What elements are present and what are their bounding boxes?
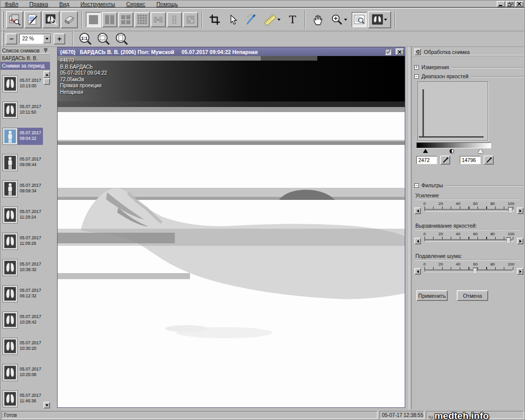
- brightness-section-header[interactable]: − Диапазон яркостей: [414, 73, 523, 79]
- list-item[interactable]: 05.07.201711:09:26: [3, 233, 43, 250]
- layout-compare-button[interactable]: [151, 12, 166, 27]
- measure-button[interactable]: [261, 12, 282, 28]
- list-item[interactable]: 05.07.201710:11:50: [3, 101, 43, 119]
- restore-button[interactable]: [506, 1, 514, 7]
- fit-page-button[interactable]: [114, 31, 130, 47]
- zoom-in-step-button[interactable]: +: [54, 33, 65, 44]
- menu-item-Инструменты[interactable]: Инструменты: [80, 1, 115, 7]
- zoom-combo-dropdown-button[interactable]: [43, 34, 51, 43]
- slider-left-button[interactable]: [414, 207, 421, 214]
- menu-item-Файл[interactable]: Файл: [5, 1, 18, 7]
- overlay-line: Прямая проекция: [60, 83, 107, 89]
- fit-width-button[interactable]: [96, 31, 112, 47]
- list-item[interactable]: 05.07.201710:25:06: [3, 364, 43, 381]
- list-item[interactable]: 05.07.201710:13:00: [3, 75, 43, 92]
- slider-thumb[interactable]: [506, 237, 511, 244]
- view-image-button[interactable]: [42, 11, 60, 28]
- edit-report-button[interactable]: [24, 11, 41, 28]
- menu-item-Сервис[interactable]: Сервис: [126, 1, 146, 7]
- zoom-region-button[interactable]: [352, 12, 367, 27]
- scroll-thumb[interactable]: [43, 78, 50, 85]
- pan-button[interactable]: [310, 12, 326, 28]
- expand-icon[interactable]: +: [414, 65, 419, 70]
- crop-button[interactable]: [207, 12, 223, 28]
- layout-cascade-button[interactable]: [183, 12, 198, 27]
- toolbar-drag-handle[interactable]: [2, 11, 4, 28]
- patient-database-button[interactable]: [6, 11, 23, 28]
- list-item[interactable]: 05.07.201710:30:20: [3, 338, 43, 355]
- slider-track[interactable]: [424, 209, 513, 212]
- select-button[interactable]: [225, 12, 241, 28]
- low-brightness-field[interactable]: [416, 156, 437, 164]
- slider-thumb[interactable]: [508, 207, 512, 214]
- equalize-slider[interactable]: 020406080100: [414, 232, 523, 248]
- layout-grid-button[interactable]: [134, 12, 150, 27]
- layout-two-panes-icon: [105, 15, 114, 24]
- collapse-panel-button[interactable]: [414, 48, 421, 55]
- svg-text:1:1: 1:1: [81, 36, 88, 41]
- collapse-icon[interactable]: −: [414, 74, 419, 79]
- presentation-dropdown-icon[interactable]: [384, 19, 387, 21]
- collapse-icon[interactable]: −: [414, 183, 419, 188]
- cancel-button[interactable]: Отмена: [457, 290, 488, 301]
- list-scrollbar[interactable]: [43, 71, 50, 408]
- scroll-down-button[interactable]: [43, 402, 50, 408]
- gain-slider[interactable]: 020406080100: [414, 201, 523, 218]
- slider-track[interactable]: [424, 270, 513, 272]
- presentation-button[interactable]: [368, 11, 391, 28]
- text-button[interactable]: T: [284, 12, 301, 28]
- xray-image-area[interactable]: #4670В.В.БАРДАСЬ05-07-2017 09:04:2272.05…: [58, 56, 405, 407]
- slider-right-button[interactable]: [517, 238, 523, 244]
- pin-icon[interactable]: [43, 48, 49, 53]
- slider-left-button[interactable]: [414, 268, 421, 275]
- menu-item-Помощь[interactable]: Помощь: [156, 1, 178, 7]
- erase-button[interactable]: [61, 11, 78, 28]
- minimize-button[interactable]: [497, 1, 505, 7]
- measure-dropdown-icon[interactable]: [277, 19, 280, 21]
- annotate-button[interactable]: [243, 12, 259, 28]
- slider-track[interactable]: [424, 239, 513, 242]
- zoom-level-combobox[interactable]: 22 %: [19, 34, 52, 44]
- zoom-in-button[interactable]: [328, 12, 350, 28]
- sidebar-patient-row[interactable]: БАРДАСЬ В. В.: [1, 55, 50, 62]
- layout-single-button[interactable]: [86, 12, 101, 27]
- menu-item-Вид[interactable]: Вид: [59, 1, 69, 7]
- slider-thumb[interactable]: [473, 268, 478, 274]
- close-button[interactable]: [515, 1, 523, 7]
- layout-vertical-button[interactable]: [167, 12, 182, 27]
- apply-button[interactable]: Применить: [416, 290, 448, 301]
- list-item[interactable]: 05.07.201709:04:22: [3, 128, 43, 145]
- zoom-dropdown-icon[interactable]: [344, 19, 347, 21]
- viewer-checkbox[interactable]: [385, 49, 391, 55]
- list-item[interactable]: 05.07.201711:29:24: [3, 206, 43, 224]
- list-item[interactable]: 05.07.201709:09:34: [3, 180, 43, 197]
- toolbar-drag-handle[interactable]: [2, 30, 4, 47]
- high-marker-icon[interactable]: [478, 149, 483, 153]
- list-item[interactable]: 05.07.201709:08:44: [3, 154, 43, 171]
- viewer-title-bar[interactable]: (4670) БАРДАСЬ В. В. (2006) Пол: Мужской…: [58, 47, 405, 56]
- actual-size-button[interactable]: 1:1: [77, 31, 93, 47]
- high-brightness-field[interactable]: [460, 156, 481, 164]
- list-item[interactable]: 05.07.201711:46:36: [3, 390, 43, 407]
- measurements-section-header[interactable]: + Измерения: [414, 64, 523, 70]
- zoom-out-step-button[interactable]: −: [6, 33, 17, 44]
- layout-two-panes-button[interactable]: [102, 12, 117, 27]
- slider-right-button[interactable]: [517, 207, 523, 214]
- viewer-close-button[interactable]: [396, 48, 404, 55]
- sidebar-period-row[interactable]: Снимки за период: [1, 62, 50, 70]
- list-item[interactable]: 05.07.201710:28:42: [3, 311, 43, 329]
- list-item[interactable]: 05.07.201706:12:32: [3, 285, 43, 302]
- noise-slider[interactable]: 020406080100: [414, 262, 523, 278]
- slider-right-button[interactable]: [517, 268, 523, 275]
- layout-four-panes-button[interactable]: [118, 12, 133, 27]
- mid-marker-icon[interactable]: [449, 149, 454, 153]
- list-item[interactable]: 05.07.201710:38:32: [3, 259, 43, 276]
- menu-item-Правка[interactable]: Правка: [29, 1, 48, 7]
- slider-left-button[interactable]: [414, 238, 421, 244]
- high-picker-button[interactable]: [484, 155, 494, 165]
- low-marker-icon[interactable]: [423, 149, 428, 153]
- filters-section-header[interactable]: − Фильтры: [414, 182, 523, 188]
- low-picker-button[interactable]: [440, 155, 450, 165]
- scroll-up-button[interactable]: [43, 71, 50, 78]
- panel-splitter[interactable]: [409, 47, 412, 409]
